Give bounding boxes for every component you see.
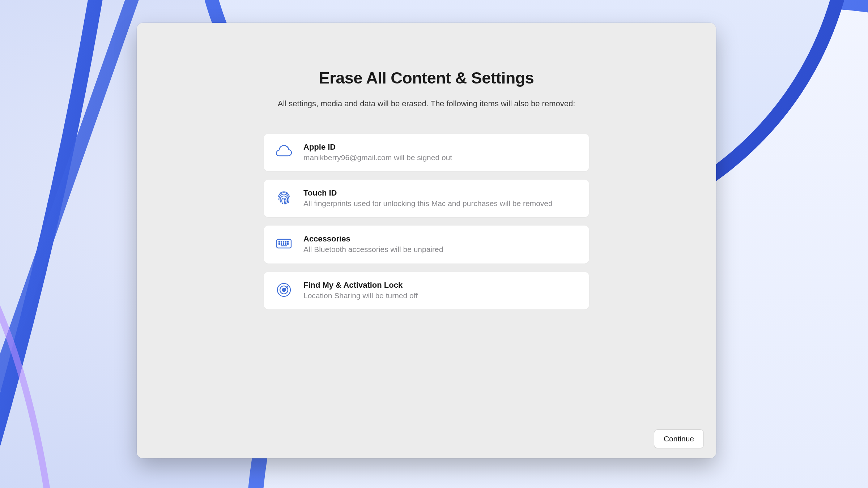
cloud-icon	[275, 143, 293, 160]
continue-button[interactable]: Continue	[654, 429, 704, 448]
item-find-my: Find My & Activation Lock Location Shari…	[264, 272, 589, 309]
card-text: Touch ID All fingerprints used for unloc…	[303, 188, 579, 209]
card-text: Find My & Activation Lock Location Shari…	[303, 281, 579, 301]
fingerprint-icon	[275, 189, 293, 206]
svg-point-10	[281, 244, 282, 244]
dialog-subtitle: All settings, media and data will be era…	[278, 98, 575, 109]
card-desc: All fingerprints used for unlocking this…	[303, 198, 579, 209]
erase-dialog: Erase All Content & Settings All setting…	[137, 23, 716, 458]
svg-point-13	[288, 244, 288, 244]
card-title: Touch ID	[303, 188, 579, 198]
svg-point-8	[288, 241, 288, 242]
keyboard-icon	[275, 235, 293, 252]
svg-point-6	[283, 241, 284, 242]
svg-point-7	[285, 241, 286, 242]
item-touch-id: Touch ID All fingerprints used for unloc…	[264, 180, 589, 217]
card-text: Accessories All Bluetooth accessories wi…	[303, 234, 579, 254]
items-list: Apple ID manikberry96@gmail.com will be …	[264, 134, 589, 309]
svg-point-12	[285, 244, 286, 244]
card-desc: Location Sharing will be turned off	[303, 291, 579, 301]
item-accessories: Accessories All Bluetooth accessories wi…	[264, 226, 589, 263]
card-title: Find My & Activation Lock	[303, 281, 579, 290]
svg-point-5	[281, 241, 282, 242]
dialog-title: Erase All Content & Settings	[319, 69, 534, 87]
card-title: Apple ID	[303, 142, 579, 152]
dialog-body: Erase All Content & Settings All setting…	[137, 23, 716, 419]
card-text: Apple ID manikberry96@gmail.com will be …	[303, 142, 579, 163]
item-apple-id: Apple ID manikberry96@gmail.com will be …	[264, 134, 589, 171]
card-desc: All Bluetooth accessories will be unpair…	[303, 244, 579, 254]
card-desc: manikberry96@gmail.com will be signed ou…	[303, 153, 579, 163]
svg-point-9	[279, 244, 280, 244]
radar-icon	[275, 281, 293, 299]
card-title: Accessories	[303, 234, 579, 244]
svg-point-4	[279, 241, 280, 242]
dialog-footer: Continue	[137, 419, 716, 458]
svg-point-11	[283, 244, 284, 244]
